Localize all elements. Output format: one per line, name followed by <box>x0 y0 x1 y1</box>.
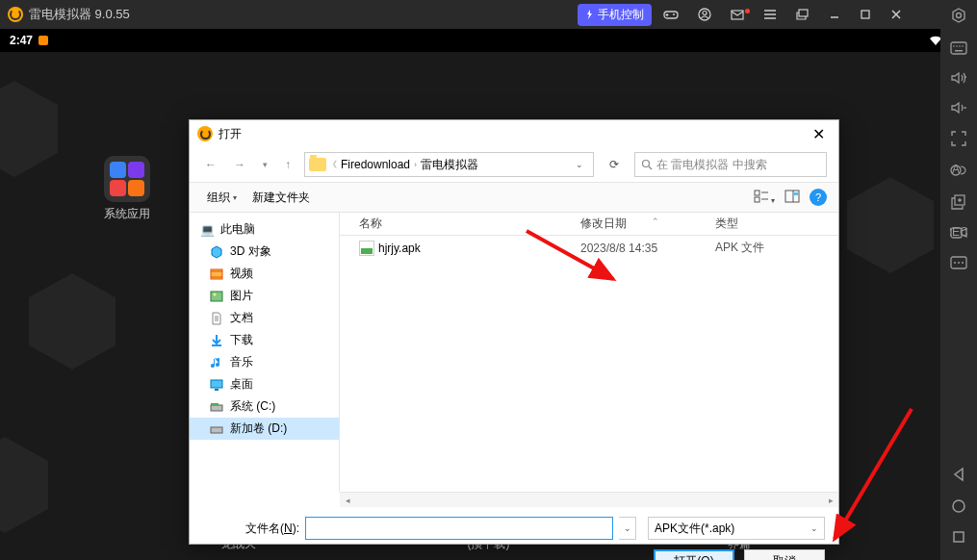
new-folder-button[interactable]: 新建文件夹 <box>246 188 316 208</box>
open-button[interactable]: 打开(O) <box>654 549 734 560</box>
svg-rect-12 <box>785 191 799 202</box>
toolbar-fullscreen-icon[interactable] <box>951 131 966 149</box>
tree-item-desktop[interactable]: 桌面 <box>190 373 339 395</box>
user-icon[interactable] <box>690 5 719 24</box>
dialog-close-button[interactable]: ✕ <box>807 125 831 143</box>
file-date: 2023/8/8 14:35 <box>580 242 715 255</box>
bg-hex <box>0 81 58 177</box>
desktop-icon-system-app[interactable]: 系统应用 <box>98 156 156 222</box>
filetype-label: APK文件(*.apk) <box>655 521 734 537</box>
preview-pane-button[interactable] <box>781 188 804 208</box>
svg-rect-18 <box>211 405 222 411</box>
address-bar[interactable]: 《 Firedownload › 雷电模拟器 ⌄ <box>304 152 594 177</box>
minimize-button[interactable] <box>821 6 848 23</box>
tree-item-label: 视频 <box>230 266 253 282</box>
nav-recent-dropdown[interactable]: ▾ <box>259 158 271 171</box>
svg-point-23 <box>953 45 955 47</box>
filetype-select[interactable]: APK文件(*.apk)⌄ <box>648 517 825 540</box>
file-open-dialog: 打开 ✕ ← → ▾ ↑ 《 Firedownload › 雷电模拟器 ⌄ ⟳ … <box>189 119 839 545</box>
gamepad-icon[interactable] <box>656 6 686 23</box>
toolbar-keyboard-icon[interactable] <box>950 41 967 58</box>
svg-point-34 <box>954 262 956 264</box>
music-icon <box>209 355 224 370</box>
svg-point-3 <box>703 12 707 15</box>
menu-icon[interactable] <box>756 6 784 23</box>
filename-dropdown-button[interactable]: ⌄ <box>619 517 636 540</box>
toolbar-record-icon[interactable]: REC <box>950 226 967 242</box>
drive-icon <box>209 399 224 415</box>
phone-control-button[interactable]: 手机控制 <box>578 4 652 26</box>
filename-input[interactable] <box>305 517 613 540</box>
tree-item-pictures[interactable]: 图片 <box>190 285 339 307</box>
nav-up-button[interactable]: ↑ <box>281 156 295 173</box>
path-dropdown-icon[interactable]: ⌄ <box>570 160 589 169</box>
svg-point-1 <box>673 13 675 15</box>
svg-point-26 <box>962 45 964 47</box>
toolbar-more-icon[interactable] <box>950 256 967 272</box>
svg-rect-11 <box>755 197 759 202</box>
path-segment[interactable]: 雷电模拟器 <box>417 157 482 173</box>
app-folder-icon <box>104 156 150 202</box>
tree-item-3d-objects[interactable]: 3D 对象 <box>190 241 339 263</box>
cancel-button[interactable]: 取消 <box>744 549 825 560</box>
tree-item-drive-c[interactable]: 系统 (C:) <box>190 395 339 418</box>
svg-point-24 <box>956 45 958 47</box>
toolbar-multi-instance-icon[interactable] <box>951 194 966 213</box>
file-list: 名称⌃ 修改日期 类型 hjrjy.apk 2023/8/8 14:35 APK… <box>340 213 838 492</box>
bg-hex <box>0 437 48 533</box>
picture-icon <box>209 289 224 304</box>
file-list-header: 名称⌃ 修改日期 类型 <box>340 213 838 236</box>
svg-point-9 <box>643 161 650 167</box>
tree-item-videos[interactable]: 视频 <box>190 263 339 285</box>
view-mode-button[interactable]: ▾ <box>750 188 779 208</box>
mail-icon[interactable] <box>723 7 752 23</box>
help-button[interactable]: ? <box>810 189 827 206</box>
svg-point-36 <box>962 262 964 264</box>
scroll-right-icon[interactable]: ▸ <box>823 493 838 508</box>
path-separator-icon: 《 <box>328 159 337 171</box>
nav-forward-button[interactable]: → <box>230 156 249 173</box>
android-back-button[interactable] <box>951 467 966 485</box>
tree-item-documents[interactable]: 文档 <box>190 307 339 329</box>
maximize-button[interactable] <box>852 6 879 23</box>
scroll-left-icon[interactable]: ◂ <box>340 493 355 508</box>
file-type: APK 文件 <box>715 240 838 256</box>
search-placeholder: 在 雷电模拟器 中搜索 <box>656 157 767 173</box>
drive-icon <box>209 421 224 437</box>
phone-control-label: 手机控制 <box>598 7 644 23</box>
android-statusbar: 2:47 <box>0 29 977 52</box>
multi-window-icon[interactable] <box>788 6 817 23</box>
tree-item-this-pc[interactable]: 💻此电脑 <box>190 218 339 241</box>
close-button[interactable] <box>883 6 910 23</box>
svg-rect-5 <box>799 10 808 16</box>
toolbar-volume-up-icon[interactable] <box>950 71 967 88</box>
video-icon <box>209 267 224 282</box>
organize-button[interactable]: 组织▾ <box>201 188 243 208</box>
tree-item-music[interactable]: 音乐 <box>190 351 339 373</box>
folder-icon <box>309 158 326 171</box>
tree-item-label: 文档 <box>230 310 253 326</box>
horizontal-scrollbar[interactable]: ◂▸ <box>340 492 838 507</box>
dialog-organize-toolbar: 组织▾ 新建文件夹 ▾ ? <box>190 182 838 213</box>
tree-item-label: 桌面 <box>230 376 253 393</box>
tree-item-downloads[interactable]: 下载 <box>190 329 339 351</box>
nav-back-button[interactable]: ← <box>201 156 220 173</box>
android-recent-button[interactable] <box>952 530 965 547</box>
column-header-name[interactable]: 名称⌃ <box>340 216 580 232</box>
refresh-button[interactable]: ⟳ <box>604 156 625 173</box>
file-row[interactable]: hjrjy.apk 2023/8/8 14:35 APK 文件 <box>340 236 838 260</box>
search-input[interactable]: 在 雷电模拟器 中搜索 <box>634 152 827 177</box>
svg-point-21 <box>957 13 962 18</box>
search-icon <box>641 159 653 170</box>
toolbar-settings-icon[interactable] <box>950 8 967 28</box>
toolbar-volume-down-icon[interactable] <box>950 101 967 117</box>
organize-label: 组织 <box>207 190 230 206</box>
tree-item-label: 图片 <box>230 288 253 304</box>
toolbar-translate-icon[interactable]: A <box>950 163 967 181</box>
column-header-type[interactable]: 类型 <box>715 216 838 232</box>
download-icon <box>209 333 224 348</box>
column-header-date[interactable]: 修改日期 <box>580 216 715 232</box>
path-segment[interactable]: Firedownload <box>337 158 414 171</box>
tree-item-drive-d[interactable]: 新加卷 (D:) <box>190 418 339 440</box>
android-home-button[interactable] <box>951 498 966 517</box>
